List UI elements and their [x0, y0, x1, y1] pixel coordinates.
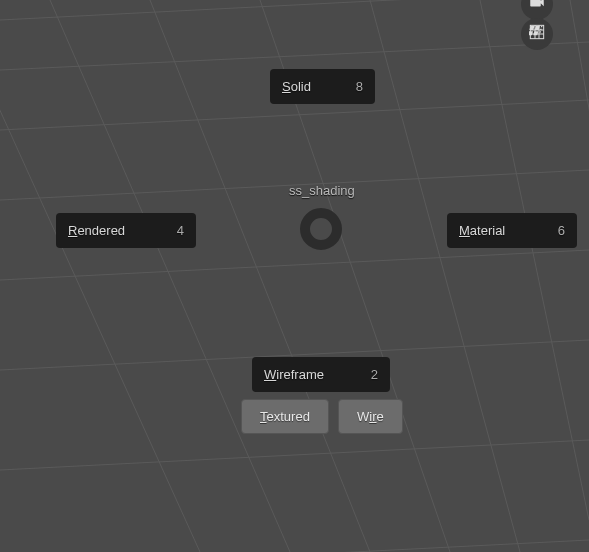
menu-item-shortcut: 6 [558, 223, 565, 238]
menu-item-material[interactable]: Material 6 [447, 213, 577, 248]
menu-item-label: Solid [282, 79, 311, 94]
menu-item-label: Rendered [68, 223, 125, 238]
grid-gizmo-button[interactable] [521, 18, 553, 50]
grid-icon [529, 24, 545, 44]
menu-item-wireframe[interactable]: Wireframe 2 [252, 357, 390, 392]
secondary-item-label: Wire [357, 409, 384, 424]
menu-item-shortcut: 4 [177, 223, 184, 238]
menu-item-shortcut: 8 [356, 79, 363, 94]
menu-item-rendered[interactable]: Rendered 4 [56, 213, 196, 248]
secondary-item-textured[interactable]: Textured [241, 399, 329, 434]
pie-menu-title: ss_shading [289, 183, 355, 198]
menu-item-shortcut: 2 [371, 367, 378, 382]
secondary-item-label: Textured [260, 409, 310, 424]
pie-center-indicator [300, 208, 342, 250]
camera-icon [528, 0, 546, 15]
menu-item-label: Material [459, 223, 505, 238]
secondary-item-wire[interactable]: Wire [338, 399, 403, 434]
menu-item-label: Wireframe [264, 367, 324, 382]
menu-item-solid[interactable]: Solid 8 [270, 69, 375, 104]
